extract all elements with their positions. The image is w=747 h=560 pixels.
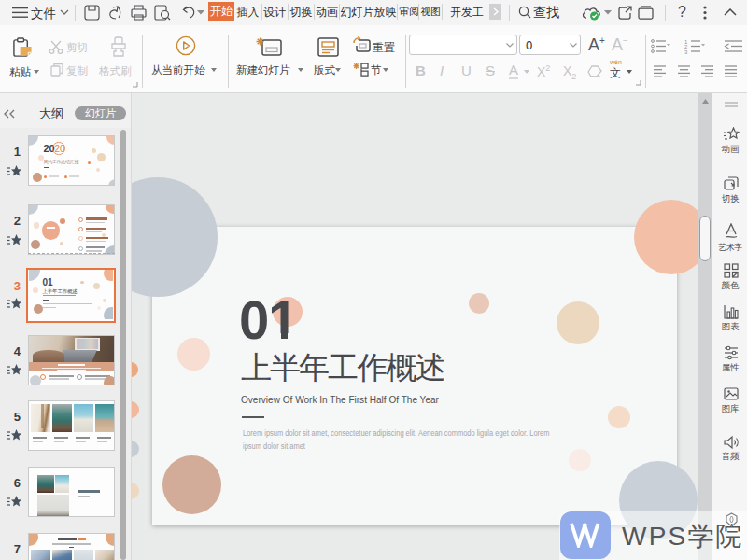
svg-text:3: 3: [684, 49, 688, 55]
